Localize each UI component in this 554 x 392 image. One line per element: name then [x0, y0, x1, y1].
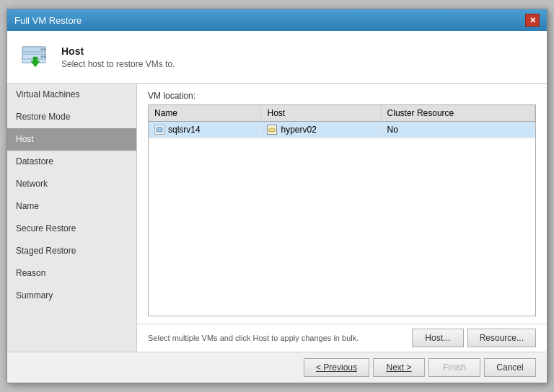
close-button[interactable]: ✕	[525, 14, 540, 27]
full-vm-restore-dialog: Full VM Restore ✕ Host Select host to r	[6, 9, 548, 383]
svg-point-6	[44, 55, 46, 58]
svg-rect-8	[157, 128, 162, 132]
table-header-row: Name Host Cluster Resource	[149, 105, 535, 122]
header-text: Host Select host to restore VMs to.	[61, 45, 175, 69]
svg-point-4	[44, 48, 46, 50]
server-upload-icon	[19, 41, 51, 73]
sidebar-item-virtual-machines[interactable]: Virtual Machines	[7, 84, 136, 106]
header-title: Host	[61, 45, 175, 57]
dialog-body: Virtual Machines Restore Mode Host Datas…	[7, 84, 547, 352]
main-content: VM location: Name Host Cluster Resource	[137, 84, 547, 352]
sidebar-item-summary[interactable]: Summary	[7, 285, 136, 307]
sidebar-item-restore-mode[interactable]: Restore Mode	[7, 106, 136, 128]
vm-location-label: VM location:	[148, 91, 536, 101]
info-text: Select multiple VMs and click Host to ap…	[148, 334, 359, 342]
finish-button[interactable]: Finish	[428, 358, 480, 377]
previous-button[interactable]: < Previous	[304, 358, 369, 377]
sidebar-item-name[interactable]: Name	[7, 195, 136, 218]
sidebar-item-host[interactable]: Host	[7, 128, 136, 151]
title-bar: Full VM Restore ✕	[7, 9, 547, 31]
svg-point-3	[41, 48, 43, 50]
info-bar: Select multiple VMs and click Host to ap…	[137, 324, 547, 352]
dialog-title: Full VM Restore	[14, 15, 82, 26]
vm-table-container[interactable]: Name Host Cluster Resource	[148, 104, 536, 316]
footer: < Previous Next > Finish Cancel	[7, 352, 547, 383]
host-button[interactable]: Host...	[412, 329, 464, 347]
sidebar-item-staged-restore[interactable]: Staged Restore	[7, 240, 136, 262]
cell-host: hyperv02	[261, 122, 381, 138]
vm-icon	[154, 125, 164, 135]
sidebar-item-network[interactable]: Network	[7, 173, 136, 195]
cancel-button[interactable]: Cancel	[484, 358, 536, 377]
col-header-name: Name	[149, 105, 261, 122]
top-section: VM location: Name Host Cluster Resource	[137, 84, 547, 324]
vm-table: Name Host Cluster Resource	[149, 105, 535, 138]
col-header-host: Host	[261, 105, 381, 122]
next-button[interactable]: Next >	[373, 358, 425, 377]
svg-rect-9	[157, 127, 162, 128]
svg-point-5	[41, 55, 43, 58]
info-buttons: Host... Resource...	[412, 329, 536, 347]
svg-rect-11	[269, 128, 275, 130]
sidebar: Virtual Machines Restore Mode Host Datas…	[7, 84, 137, 352]
header-description: Select host to restore VMs to.	[61, 59, 175, 69]
content-area: VM location: Name Host Cluster Resource	[137, 84, 547, 352]
sidebar-item-reason[interactable]: Reason	[7, 262, 136, 285]
cell-name: sqlsrv14	[149, 122, 261, 138]
sidebar-item-datastore[interactable]: Datastore	[7, 151, 136, 173]
header-icon	[18, 40, 53, 74]
col-header-cluster: Cluster Resource	[381, 105, 535, 122]
table-row[interactable]: sqlsrv14 hyperv02	[149, 122, 535, 138]
host-icon	[267, 125, 277, 135]
cell-cluster: No	[381, 122, 535, 138]
header-panel: Host Select host to restore VMs to.	[7, 31, 547, 84]
resource-button[interactable]: Resource...	[467, 329, 536, 347]
sidebar-item-secure-restore[interactable]: Secure Restore	[7, 218, 136, 240]
